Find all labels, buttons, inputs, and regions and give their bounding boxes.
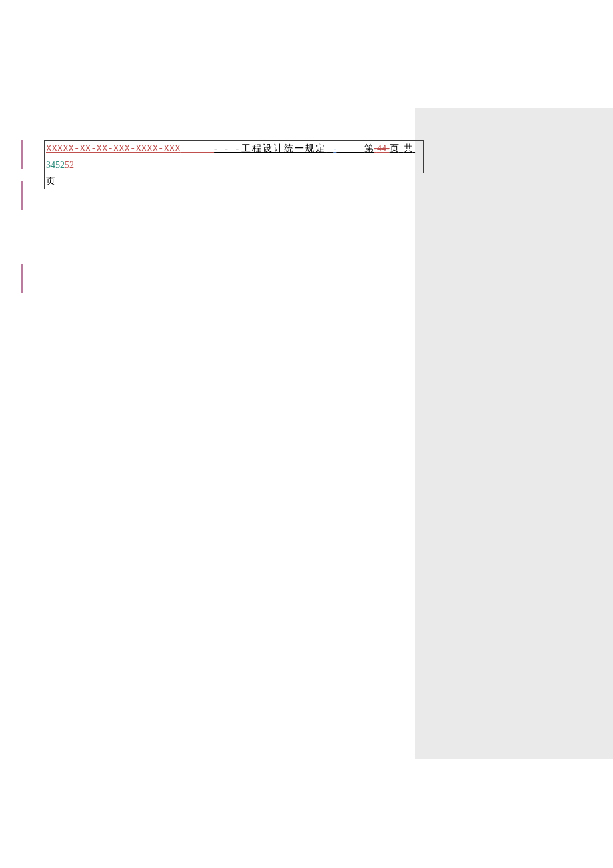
spacer (413, 141, 416, 157)
spacer (399, 141, 404, 157)
page-prefix: 第 (364, 141, 374, 157)
spacer (326, 141, 334, 157)
revision-marker (21, 181, 23, 210)
revision-marker (21, 264, 23, 293)
spacer (336, 141, 346, 157)
header-underline (44, 191, 409, 191)
header-line-1: XXXXX-XX-XX-XXX-XXXX-XXX - - - 工程设计统一规定 … (44, 140, 424, 173)
deleted-page-num: 44 (377, 141, 386, 157)
header-line-2: 页 (44, 173, 57, 190)
doc-code: XXXXX-XX-XX-XXX-XXXX-XXX (46, 141, 181, 157)
page-suffix: 页 (46, 176, 55, 186)
doc-title: 工程设计统一规定 (241, 141, 326, 157)
page-suffix: 页 (390, 141, 399, 157)
total-label: 共 (404, 141, 413, 157)
deleted-total: 52 (65, 157, 74, 173)
revision-marker (21, 140, 23, 169)
spacer (181, 141, 214, 157)
comments-pane (415, 108, 613, 759)
inserted-total: 3452 (46, 157, 65, 173)
long-dash: —— (346, 141, 364, 157)
document-header: XXXXX-XX-XX-XXX-XXXX-XXX - - - 工程设计统一规定 … (44, 140, 424, 191)
dashes: - - - (214, 141, 241, 157)
